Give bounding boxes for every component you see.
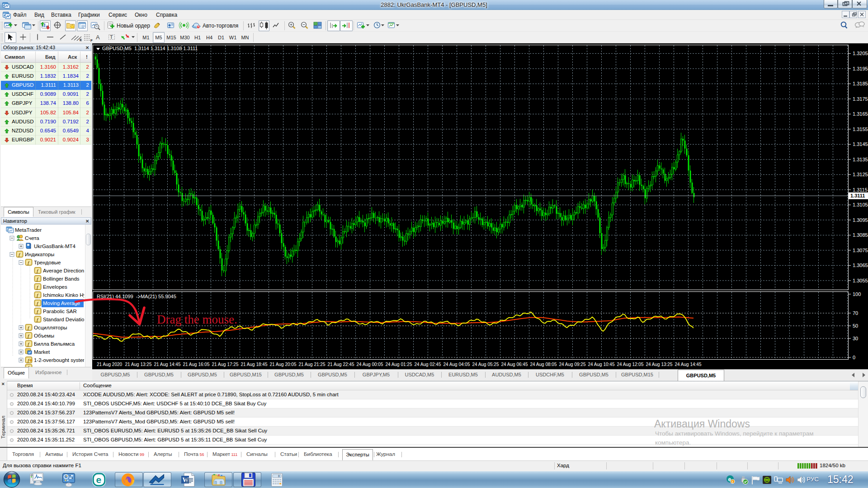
svg-text:21 Aug 18:45: 21 Aug 18:45 [241, 362, 268, 367]
svg-text:24 Aug 09:25: 24 Aug 09:25 [559, 362, 586, 367]
svg-text:1.3085: 1.3085 [853, 232, 868, 238]
svg-text:24 Aug 04:05: 24 Aug 04:05 [443, 362, 470, 367]
svg-text:21 Aug 22:45: 21 Aug 22:45 [328, 362, 354, 367]
svg-text:21 Aug 21:25: 21 Aug 21:25 [299, 362, 326, 367]
svg-text:1.3205: 1.3205 [853, 51, 868, 56]
svg-text:1.3125: 1.3125 [853, 172, 868, 177]
svg-text:30: 30 [853, 336, 858, 341]
svg-text:24 Aug 06:45: 24 Aug 06:45 [501, 362, 528, 367]
svg-text:E: E [80, 38, 82, 42]
svg-text:F: F [90, 38, 93, 42]
svg-text:1.3145: 1.3145 [853, 141, 868, 147]
svg-text:70: 70 [853, 310, 858, 316]
svg-text:24 Aug 01:25: 24 Aug 01:25 [386, 362, 412, 367]
svg-text:24 Aug 13:25: 24 Aug 13:25 [646, 362, 673, 367]
svg-text:24 Aug 12:05: 24 Aug 12:05 [617, 362, 644, 367]
svg-text:e: e [96, 474, 102, 485]
svg-text:24 Aug 05:25: 24 Aug 05:25 [472, 362, 499, 367]
svg-text:21 Aug 2020: 21 Aug 2020 [97, 362, 123, 367]
svg-text:21 Aug 16:05: 21 Aug 16:05 [183, 362, 210, 367]
svg-text:21 Aug 14:45: 21 Aug 14:45 [154, 362, 181, 367]
svg-text:1.3111: 1.3111 [850, 193, 865, 198]
svg-text:21 Aug 20:05: 21 Aug 20:05 [270, 362, 297, 367]
svg-text:100: 100 [853, 291, 861, 297]
svg-text:1.3175: 1.3175 [853, 96, 868, 102]
svg-text:T: T [110, 34, 113, 40]
svg-text:24 Aug 14:45: 24 Aug 14:45 [675, 362, 702, 367]
svg-text:24 Aug 10:45: 24 Aug 10:45 [588, 362, 615, 367]
svg-text:1.3165: 1.3165 [853, 111, 868, 117]
svg-text:21 Aug 13:25: 21 Aug 13:25 [125, 362, 152, 367]
svg-text:24 Aug 08:05: 24 Aug 08:05 [530, 362, 557, 367]
svg-text:1.3115: 1.3115 [853, 187, 868, 192]
svg-text:0: 0 [853, 355, 855, 360]
svg-text:1.3135: 1.3135 [853, 157, 868, 162]
svg-text:24 Aug 02:45: 24 Aug 02:45 [415, 362, 441, 367]
svg-text:1.3185: 1.3185 [853, 81, 868, 86]
svg-text:1.3155: 1.3155 [853, 127, 868, 132]
svg-text:Drag the mouse.: Drag the mouse. [157, 313, 237, 326]
svg-text:0: 0 [278, 475, 280, 478]
svg-text:1.3195: 1.3195 [853, 66, 868, 71]
svg-text:24 Aug 00:05: 24 Aug 00:05 [357, 362, 383, 367]
svg-text:1.3105: 1.3105 [853, 202, 868, 207]
svg-text:1.3055: 1.3055 [853, 278, 868, 283]
svg-text:!: ! [732, 480, 733, 484]
svg-text:1.3075: 1.3075 [853, 248, 868, 253]
svg-text:GBPUSD,M5 1.3114 1.3114 1.310: GBPUSD,M5 1.3114 1.3114 1.3108 1.3111 [102, 46, 198, 51]
svg-text:A: A [96, 34, 100, 41]
svg-text:21 Aug 17:25: 21 Aug 17:25 [212, 362, 239, 367]
svg-text:50: 50 [853, 323, 858, 328]
svg-text:1.3065: 1.3065 [853, 263, 868, 268]
svg-text:1.3095: 1.3095 [853, 217, 868, 223]
